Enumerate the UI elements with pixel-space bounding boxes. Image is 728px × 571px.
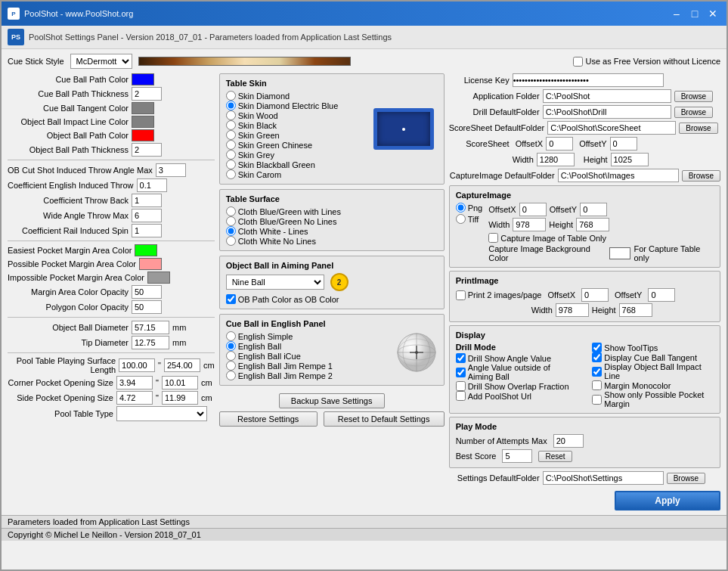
- capture-table-only-checkbox[interactable]: [488, 233, 498, 243]
- ob-cut-shot-input[interactable]: [156, 163, 186, 177]
- skin-wood-radio[interactable]: [226, 110, 236, 120]
- print-offsety-input[interactable]: [648, 288, 675, 302]
- minimize-button[interactable]: –: [669, 6, 684, 21]
- cloth-blue-no-lines-label[interactable]: Cloth Blue/Green No Lines: [226, 216, 438, 226]
- skin-diamond-eb-radio[interactable]: [226, 101, 236, 110]
- skin-green-label[interactable]: Skin Green: [226, 130, 364, 140]
- easiest-pocket-color-box[interactable]: [135, 244, 157, 256]
- close-button[interactable]: ✕: [705, 6, 720, 21]
- side-pocket-cm[interactable]: [162, 391, 198, 405]
- coeff-english-input[interactable]: [137, 178, 167, 192]
- object-ball-impact-color-box[interactable]: [132, 116, 154, 128]
- possible-pocket-color-box[interactable]: [139, 258, 162, 270]
- scoresheet-height-input[interactable]: [611, 153, 649, 166]
- tip-diameter-input[interactable]: [132, 336, 169, 349]
- possible-pocket-margin-label[interactable]: Show only Possible Pocket Margin: [592, 390, 714, 408]
- scoresheet-offsety-input[interactable]: [610, 137, 637, 151]
- side-pocket-inches[interactable]: [116, 391, 153, 405]
- english-ball-label[interactable]: English Ball: [226, 341, 390, 351]
- display-impact-line-checkbox[interactable]: [592, 367, 602, 377]
- english-ball-icue-label[interactable]: English Ball iCue: [226, 351, 390, 361]
- impossible-pocket-color-box[interactable]: [147, 272, 170, 284]
- print-width-input[interactable]: [556, 303, 589, 317]
- cloth-blue-no-lines-radio[interactable]: [226, 216, 236, 226]
- display-impact-line-label[interactable]: Display Object Ball Impact Line: [592, 362, 714, 380]
- polygon-color-opacity-input[interactable]: [132, 300, 162, 314]
- coeff-throw-back-input[interactable]: [132, 194, 162, 207]
- angle-outside-checkbox[interactable]: [456, 368, 466, 377]
- possible-pocket-margin-checkbox[interactable]: [592, 395, 602, 405]
- settings-folder-input[interactable]: [543, 471, 664, 485]
- skin-black-label[interactable]: Skin Black: [226, 120, 364, 130]
- skin-green-chinese-label[interactable]: Skin Green Chinese: [226, 140, 364, 150]
- capture-width-input[interactable]: [513, 218, 546, 231]
- skin-carom-radio[interactable]: [226, 169, 236, 179]
- ob-path-color-label[interactable]: OB Path Color as OB Color: [226, 294, 438, 304]
- display-cue-tangent-label[interactable]: Display Cue Ball Tangent: [592, 352, 714, 362]
- ob-path-color-checkbox[interactable]: [226, 294, 236, 304]
- skin-wood-label[interactable]: Skin Wood: [226, 110, 364, 120]
- english-rempe2-label[interactable]: English Ball Jim Rempe 2: [226, 371, 390, 380]
- english-rempe1-label[interactable]: English Ball Jim Rempe 1: [226, 361, 390, 371]
- maximize-button[interactable]: □: [687, 6, 702, 21]
- capture-offsety-input[interactable]: [580, 203, 607, 216]
- best-score-input[interactable]: [502, 449, 532, 463]
- english-ball-radio[interactable]: [226, 341, 236, 351]
- apply-button[interactable]: Apply: [615, 491, 720, 510]
- restore-settings-button[interactable]: Restore Settings: [219, 411, 318, 427]
- corner-pocket-cm[interactable]: [162, 376, 198, 389]
- cue-ball-path-thickness-input[interactable]: 2: [132, 87, 162, 101]
- scoresheet-offsetx-input[interactable]: [546, 137, 573, 151]
- tiff-radio[interactable]: [456, 214, 466, 224]
- english-simple-label[interactable]: English Simple: [226, 331, 390, 341]
- english-rempe2-radio[interactable]: [226, 371, 236, 380]
- show-tooltips-label[interactable]: Show ToolTips: [592, 343, 714, 352]
- print-2-images-checkbox[interactable]: [456, 290, 466, 300]
- attempts-max-input[interactable]: [553, 434, 584, 448]
- add-poolshot-url-label[interactable]: Add PoolShot Url: [456, 391, 578, 401]
- overlap-fraction-checkbox[interactable]: [456, 381, 466, 391]
- skin-diamond-label[interactable]: Skin Diamond: [226, 91, 364, 101]
- skin-diamond-radio[interactable]: [226, 91, 236, 101]
- cloth-white-no-lines-radio[interactable]: [226, 236, 236, 246]
- app-folder-browse-button[interactable]: Browse: [674, 91, 713, 102]
- cloth-white-no-lines-label[interactable]: Cloth White No Lines: [226, 236, 438, 246]
- png-radio[interactable]: [456, 203, 466, 213]
- cue-ball-tangent-color-box[interactable]: [132, 102, 154, 114]
- add-poolshot-url-checkbox[interactable]: [456, 391, 466, 401]
- tiff-radio-label[interactable]: Tiff: [456, 214, 483, 224]
- cloth-blue-lines-label[interactable]: Cloth Blue/Green with Lines: [226, 206, 438, 216]
- drill-folder-input[interactable]: [543, 105, 671, 119]
- skin-grey-radio[interactable]: [226, 150, 236, 160]
- reset-default-button[interactable]: Reset to Default Settings: [324, 411, 445, 427]
- capture-folder-browse-button[interactable]: Browse: [682, 170, 720, 182]
- app-folder-input[interactable]: [543, 89, 671, 103]
- margin-monocolor-label[interactable]: Margin Monocolor: [592, 380, 714, 390]
- scoresheet-folder-browse-button[interactable]: Browse: [679, 123, 717, 134]
- settings-folder-browse-button[interactable]: Browse: [667, 473, 705, 484]
- display-cue-tangent-checkbox[interactable]: [592, 352, 602, 362]
- cloth-blue-lines-radio[interactable]: [226, 206, 236, 216]
- angle-outside-label[interactable]: Angle Value outside of Aiming Ball: [456, 363, 578, 381]
- pool-table-type-select[interactable]: [116, 406, 207, 421]
- capture-table-only-label[interactable]: Capture Image of Table Only: [488, 233, 714, 243]
- cue-ball-path-color-box[interactable]: [132, 73, 154, 85]
- print-2-images-label[interactable]: Print 2 images/page: [456, 290, 542, 300]
- reset-button[interactable]: Reset: [538, 451, 572, 462]
- print-offsetx-input[interactable]: [581, 288, 609, 302]
- surface-length-cm[interactable]: [164, 358, 200, 372]
- skin-carom-label[interactable]: Skin Carom: [226, 169, 364, 179]
- skin-blackball-radio[interactable]: [226, 160, 236, 169]
- object-ball-path-color-box[interactable]: [132, 129, 154, 141]
- object-ball-path-thickness-input[interactable]: [132, 143, 162, 157]
- skin-green-chinese-radio[interactable]: [226, 140, 236, 150]
- english-ball-icue-radio[interactable]: [226, 351, 236, 361]
- overlap-fraction-label[interactable]: Drill Show Overlap Fraction: [456, 381, 578, 391]
- cloth-white-lines-radio[interactable]: [226, 226, 236, 236]
- capture-offsetx-input[interactable]: [519, 203, 547, 216]
- license-key-input[interactable]: [513, 73, 664, 87]
- skin-grey-label[interactable]: Skin Grey: [226, 150, 364, 160]
- skin-blackball-label[interactable]: Skin Blackball Green: [226, 160, 364, 169]
- free-version-checkbox[interactable]: [573, 57, 583, 67]
- capture-height-input[interactable]: [576, 218, 609, 231]
